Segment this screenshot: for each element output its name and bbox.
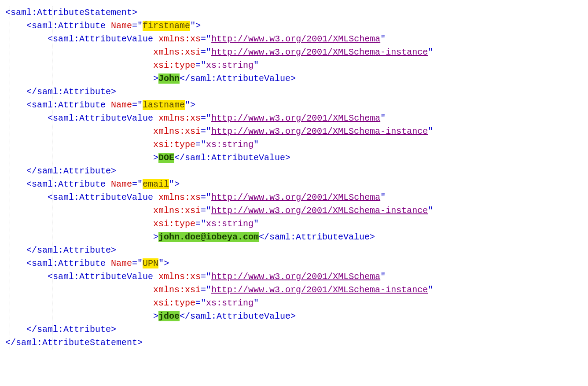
xmlns-xsi-label: xmlns:xsi [153, 285, 201, 295]
tag-open-suffix: > [195, 21, 201, 31]
attr-name-upn: UPN [143, 258, 158, 268]
tag-attribute-open: <saml:Attribute [26, 258, 106, 268]
tag-gt: > [153, 311, 158, 321]
xmlns-xs-url[interactable]: http://www.w3.org/2001/XMLSchema [211, 113, 380, 123]
value-upn: jdoe [158, 311, 180, 321]
quote: " [428, 47, 433, 57]
xml-code-block: <saml:AttributeStatement> <saml:Attribut… [5, 6, 583, 349]
xmlns-xs-url[interactable]: http://www.w3.org/2001/XMLSchema [211, 272, 380, 282]
attr-name-firstname: firstname [143, 21, 190, 31]
quote: " [206, 192, 211, 202]
xmlns-xsi-label: xmlns:xsi [153, 206, 201, 216]
tag-gt: > [153, 74, 158, 84]
quote: " [201, 60, 206, 70]
tag-gt: > [153, 153, 158, 163]
attr-name-label: Name [111, 21, 132, 31]
quote: " [137, 100, 143, 110]
tag-attributevalue-open: <saml:AttributeValue [48, 192, 153, 202]
xmlns-xs-label: xmlns:xs [158, 272, 201, 282]
attr-name-lastname: lastname [143, 100, 185, 110]
quote: " [206, 47, 211, 57]
xmlns-xsi-label: xmlns:xsi [153, 47, 201, 57]
tag-attributevalue-close: </saml:AttributeValue> [259, 232, 375, 242]
tag-open-suffix: > [190, 100, 195, 110]
tag-gt: > [153, 232, 158, 242]
tag-attribute-close: </saml:Attribute> [26, 324, 116, 335]
quote: " [206, 126, 211, 136]
quote: " [254, 219, 259, 229]
quote: " [158, 258, 164, 268]
xmlns-xs-label: xmlns:xs [158, 113, 201, 123]
tag-attributevalue-close: </saml:AttributeValue> [174, 153, 290, 163]
quote: " [137, 21, 143, 31]
quote: " [206, 206, 211, 216]
xsi-type-value: xs:string [206, 140, 254, 150]
xmlns-xsi-label: xmlns:xsi [153, 126, 201, 136]
tag-attributevalue-open: <saml:AttributeValue [48, 272, 153, 282]
quote: " [169, 179, 174, 189]
xsi-type-value: xs:string [206, 219, 254, 229]
quote: " [254, 298, 259, 308]
xmlns-xsi-url[interactable]: http://www.w3.org/2001/XMLSchema-instanc… [211, 126, 428, 136]
xsi-type-label: xsi:type [153, 140, 195, 150]
tag-attributevalue-open: <saml:AttributeValue [48, 113, 153, 123]
quote: " [201, 140, 206, 150]
quote: " [428, 285, 433, 295]
xmlns-xsi-url[interactable]: http://www.w3.org/2001/XMLSchema-instanc… [211, 47, 428, 57]
quote: " [380, 192, 386, 202]
quote: " [137, 258, 143, 268]
quote: " [190, 21, 195, 31]
value-firstname: John [158, 74, 180, 84]
xmlns-xs-label: xmlns:xs [158, 192, 201, 202]
xsi-type-value: xs:string [206, 60, 254, 70]
quote: " [254, 140, 259, 150]
tag-attributevalue-close: </saml:AttributeValue> [180, 311, 296, 321]
quote: " [206, 34, 211, 44]
xsi-type-label: xsi:type [153, 219, 195, 229]
quote: " [380, 113, 386, 123]
xsi-type-value: xs:string [206, 298, 254, 308]
quote: " [201, 298, 206, 308]
attr-name-label: Name [111, 179, 132, 189]
xmlns-xs-label: xmlns:xs [158, 34, 201, 44]
quote: " [380, 272, 386, 282]
quote: " [206, 113, 211, 123]
quote: " [206, 285, 211, 295]
tag-attribute-open: <saml:Attribute [26, 21, 106, 31]
xmlns-xs-url[interactable]: http://www.w3.org/2001/XMLSchema [211, 192, 380, 202]
attr-name-email: email [143, 179, 169, 189]
xmlns-xs-url[interactable]: http://www.w3.org/2001/XMLSchema [211, 34, 380, 44]
tag-attributevalue-open: <saml:AttributeValue [48, 34, 153, 44]
quote: " [380, 34, 386, 44]
tag-open-suffix: > [174, 179, 180, 189]
tag-open-suffix: > [164, 258, 169, 268]
value-email: john.doe@iobeya.com [158, 232, 259, 242]
tag-attributestatement-close: </saml:AttributeStatement> [5, 338, 143, 348]
tag-attribute-close: </saml:Attribute> [26, 245, 116, 255]
tag-attribute-open: <saml:Attribute [26, 100, 106, 110]
attr-name-label: Name [111, 258, 132, 268]
quote: " [428, 126, 433, 136]
tag-attributevalue-close: </saml:AttributeValue> [180, 74, 296, 84]
tag-attribute-close: </saml:Attribute> [26, 166, 116, 176]
xmlns-xsi-url[interactable]: http://www.w3.org/2001/XMLSchema-instanc… [211, 285, 428, 295]
quote: " [206, 272, 211, 282]
xsi-type-label: xsi:type [153, 60, 195, 70]
tag-attributestatement-open: <saml:AttributeStatement> [5, 7, 137, 18]
xmlns-xsi-url[interactable]: http://www.w3.org/2001/XMLSchema-instanc… [211, 206, 428, 216]
tag-attribute-open: <saml:Attribute [26, 179, 106, 189]
xsi-type-label: xsi:type [153, 298, 195, 308]
tag-attribute-close: </saml:Attribute> [26, 87, 116, 97]
quote: " [428, 206, 433, 216]
quote: " [201, 219, 206, 229]
value-lastname: DOE [158, 153, 174, 163]
quote: " [137, 179, 143, 189]
quote: " [254, 60, 259, 70]
quote: " [185, 100, 190, 110]
attr-name-label: Name [111, 100, 132, 110]
